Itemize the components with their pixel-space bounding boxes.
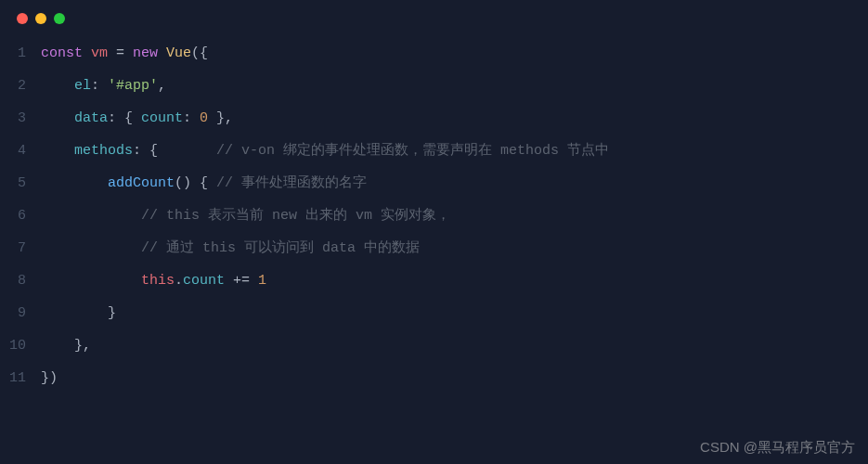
token-punct: }, [41,338,91,354]
token-punct [41,110,74,126]
code-line: 9 } [0,297,868,329]
token-punct [41,78,74,94]
token-kw: const [41,45,83,61]
token-num: 0 [200,110,208,126]
token-punct: = [108,45,133,61]
code-block: 1const vm = new Vue({2 el: '#app',3 data… [0,32,868,394]
line-number: 1 [0,37,41,70]
token-punct [41,208,141,224]
token-prop: el [74,78,91,94]
code-content: const vm = new Vue({ [41,37,208,70]
token-cls: Vue [166,45,191,61]
token-fn: addCount [108,175,175,191]
token-punct: }, [208,110,233,126]
token-punct: : [91,78,108,94]
code-content: }) [41,362,58,394]
code-content: addCount() { // 事件处理函数的名字 [41,167,367,200]
code-line: 5 addCount() { // 事件处理函数的名字 [0,167,868,200]
token-punct [158,45,166,61]
code-content: } [41,297,116,329]
code-line: 7 // 通过 this 可以访问到 data 中的数据 [0,232,868,264]
token-punct: += [225,273,258,289]
code-line: 10 }, [0,329,868,362]
token-prop: data [74,110,108,126]
token-punct: : [183,110,200,126]
code-line: 8 this.count += 1 [0,264,868,297]
code-content: this.count += 1 [41,264,266,297]
line-number: 9 [0,297,41,329]
token-punct [41,143,74,159]
code-line: 6 // this 表示当前 new 出来的 vm 实例对象， [0,200,868,232]
token-punct [41,175,108,191]
token-punct: : { [108,110,141,126]
code-line: 1const vm = new Vue({ [0,37,868,70]
line-number: 4 [0,135,41,167]
token-comment: // 事件处理函数的名字 [216,175,367,191]
token-comment: // 通过 this 可以访问到 data 中的数据 [141,240,420,256]
token-punct: ({ [191,45,208,61]
code-content: }, [41,329,91,362]
line-number: 3 [0,102,41,135]
code-line: 3 data: { count: 0 }, [0,102,868,135]
line-number: 11 [0,362,41,394]
token-punct: }) [41,370,58,386]
line-number: 7 [0,232,41,264]
line-number: 8 [0,264,41,297]
line-number: 5 [0,167,41,200]
token-punct: . [175,273,183,289]
code-content: data: { count: 0 }, [41,102,233,135]
code-content: // 通过 this 可以访问到 data 中的数据 [41,232,420,264]
token-kw: new [133,45,158,61]
token-punct: : { [133,143,216,159]
line-number: 2 [0,70,41,102]
code-line: 11}) [0,362,868,394]
line-number: 6 [0,200,41,232]
token-prop: count [183,273,225,289]
token-str: '#app' [108,78,158,94]
watermark: CSDN @黑马程序员官方 [700,439,855,457]
token-punct: } [41,305,116,321]
line-number: 10 [0,329,41,362]
maximize-icon[interactable] [54,13,65,24]
code-content: el: '#app', [41,70,166,102]
token-this: this [141,273,175,289]
token-prop: count [141,110,183,126]
token-punct [83,45,91,61]
token-var: vm [91,45,108,61]
code-line: 4 methods: { // v-on 绑定的事件处理函数，需要声明在 met… [0,135,868,167]
token-prop: methods [74,143,133,159]
code-content: // this 表示当前 new 出来的 vm 实例对象， [41,200,450,232]
token-punct: () { [175,175,216,191]
token-punct [41,273,141,289]
code-content: methods: { // v-on 绑定的事件处理函数，需要声明在 metho… [41,135,609,167]
token-punct [41,240,141,256]
window-controls [0,0,868,32]
close-icon[interactable] [17,13,28,24]
token-comment: // this 表示当前 new 出来的 vm 实例对象， [141,208,450,224]
token-comment: // v-on 绑定的事件处理函数，需要声明在 methods 节点中 [216,143,609,159]
code-line: 2 el: '#app', [0,70,868,102]
minimize-icon[interactable] [35,13,46,24]
token-punct: , [158,78,166,94]
token-num: 1 [258,273,266,289]
